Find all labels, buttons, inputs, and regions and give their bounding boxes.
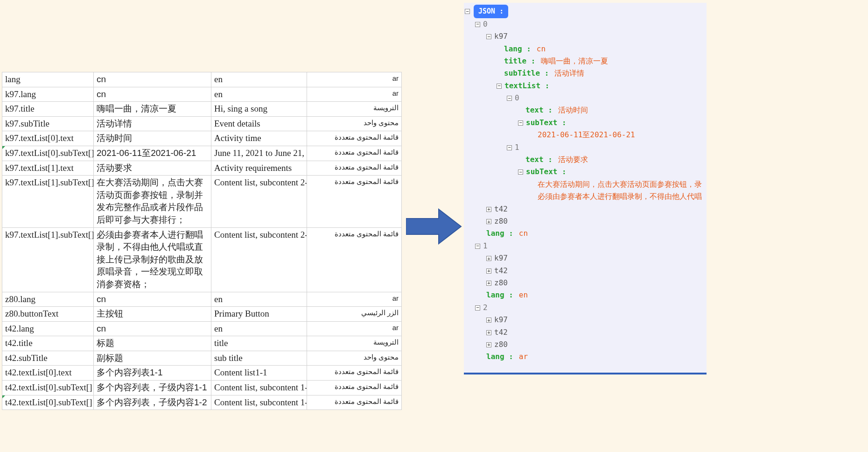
svg-marker-0 [406, 209, 461, 244]
value-cell: cn [94, 292, 211, 307]
object-label: k97 [494, 32, 508, 41]
value-cell: قائمة المحتوى متعددة [307, 131, 402, 146]
table-row: k97.title嗨唱一曲，清凉一夏Hi, sing a songالترويس… [2, 102, 402, 117]
key-cell: k97.textList[1].subText[] [2, 227, 94, 292]
collapse-icon[interactable]: − [497, 84, 502, 89]
json-value: en [519, 290, 528, 299]
object-label: t42 [494, 328, 508, 337]
value-cell: Content list, subcontent 1-1 [211, 381, 307, 396]
json-key: lang [504, 44, 522, 53]
value-cell: Primary Button [211, 307, 307, 322]
json-key: text [525, 155, 544, 164]
key-cell: t42.textList[0].subText[] [2, 381, 94, 396]
collapse-icon[interactable]: − [507, 145, 512, 150]
tree-leaf: subTitle :活动详情 [464, 67, 707, 79]
value-cell: 活动时间 [94, 131, 211, 146]
table-row: k97.textList[0].text活动时间Activity timeقائ… [2, 131, 402, 146]
tree-object-node: +z80 [464, 215, 707, 227]
value-cell: الترويسة [307, 102, 402, 117]
table-row: langcnenar [2, 72, 402, 87]
json-value: 活动详情 [554, 69, 584, 78]
expand-icon[interactable]: + [486, 256, 491, 261]
table-row: k97.textList[1].subText[]必须由参赛者本人进行翻唱录制，… [2, 227, 402, 292]
value-cell: قائمة المحتوى متعددة [307, 395, 402, 410]
index-label: 2 [483, 303, 488, 312]
key-cell: k97.lang [2, 87, 94, 102]
json-value: 必须由参赛者本人进行翻唱录制，不得由他人代唱 [538, 192, 702, 201]
json-value: ar [519, 352, 528, 361]
collapse-icon[interactable]: − [475, 244, 480, 249]
value-cell: en [211, 292, 307, 307]
tree-leaf: lang :cn [464, 227, 707, 240]
collapse-icon[interactable]: − [475, 305, 480, 311]
tree-object-node: +k97 [464, 314, 707, 326]
json-tree-panel: −JSON :−0−k97lang :cntitle :嗨唱一曲，清凉一夏sub… [464, 3, 707, 374]
expand-icon[interactable]: + [486, 219, 491, 224]
table-row: k97.subTitle活动详情Event detailsمحتوى واحد [2, 116, 402, 131]
value-cell: قائمة المحتوى متعددة [307, 381, 402, 396]
value-cell: cn [94, 87, 211, 102]
key-cell: k97.textList[1].text [2, 161, 94, 176]
json-value: cn [537, 44, 546, 53]
collapse-icon[interactable]: − [465, 9, 470, 14]
value-cell: 多个内容列表1-1 [94, 366, 211, 381]
key-cell: z80.buttonText [2, 307, 94, 322]
key-cell: z80.lang [2, 292, 94, 307]
value-cell: title [211, 336, 307, 351]
source-table: langcnenark97.langcnenark97.title嗨唱一曲，清凉… [2, 72, 401, 410]
value-cell: 多个内容列表，子级内容1-1 [94, 381, 211, 396]
tree-subtext-value: 2021-06-11至2021-06-21 [464, 129, 707, 141]
key-cell: k97.title [2, 102, 94, 117]
expand-icon[interactable]: + [486, 342, 491, 347]
object-label: z80 [494, 217, 508, 226]
value-cell: ar [307, 321, 402, 336]
key-cell: t42.lang [2, 321, 94, 336]
table-row: k97.textList[1].text活动要求Activity require… [2, 161, 402, 176]
value-cell: ar [307, 292, 402, 307]
json-value: cn [519, 229, 528, 238]
key-cell: t42.subTitle [2, 351, 94, 366]
key-cell: k97.textList[0].subText[] [2, 146, 94, 161]
value-cell: sub title [211, 351, 307, 366]
key-cell: t42.textList[0].subText[] [2, 395, 94, 410]
json-key: lang [486, 290, 504, 299]
table-row: z80.langcnenar [2, 292, 402, 307]
collapse-icon[interactable]: − [475, 22, 480, 27]
value-cell: en [211, 321, 307, 336]
tree-array-index: −1 [464, 240, 707, 252]
expand-icon[interactable]: + [486, 318, 491, 323]
tree-array-index: −1 [464, 141, 707, 154]
tree-subtext-node: −subText : [464, 166, 707, 178]
key-cell: t42.textList[0].text [2, 366, 94, 381]
object-label: t42 [494, 205, 508, 213]
value-cell: en [211, 72, 307, 87]
value-cell: قائمة المحتوى متعددة [307, 161, 402, 176]
data-table: langcnenark97.langcnenark97.title嗨唱一曲，清凉… [2, 72, 402, 410]
tree-object-node: +t42 [464, 203, 707, 215]
tree-object-node: +k97 [464, 252, 707, 264]
tree-leaf: text :活动时间 [464, 104, 707, 116]
value-cell: Activity time [211, 131, 307, 146]
collapse-icon[interactable]: − [507, 96, 512, 101]
value-cell: 主按钮 [94, 307, 211, 322]
value-cell: ar [307, 72, 402, 87]
value-cell: ar [307, 87, 402, 102]
value-cell: Content list, subcontent 2-1 [211, 176, 307, 227]
table-row: t42.langcnenar [2, 321, 402, 336]
value-cell: 多个内容列表，子级内容1-2 [94, 395, 211, 410]
collapse-icon[interactable]: − [486, 34, 491, 39]
tree-root-node: −JSON : [464, 5, 707, 18]
expand-icon[interactable]: + [486, 268, 491, 274]
tree-array-index: −0 [464, 18, 707, 30]
json-key: subText : [526, 167, 567, 176]
table-row: t42.textList[0].subText[]多个内容列表，子级内容1-2C… [2, 395, 402, 410]
collapse-icon[interactable]: − [518, 120, 523, 126]
expand-icon[interactable]: + [486, 281, 491, 286]
json-value: 在大赛活动期间，点击大赛活动页面参赛按钮，录 [538, 180, 702, 189]
panel-divider [464, 373, 707, 374]
table-row: k97.langcnenar [2, 87, 402, 102]
expand-icon[interactable]: + [486, 330, 491, 335]
expand-icon[interactable]: + [486, 207, 491, 212]
collapse-icon[interactable]: − [518, 170, 523, 175]
value-cell: cn [94, 72, 211, 87]
